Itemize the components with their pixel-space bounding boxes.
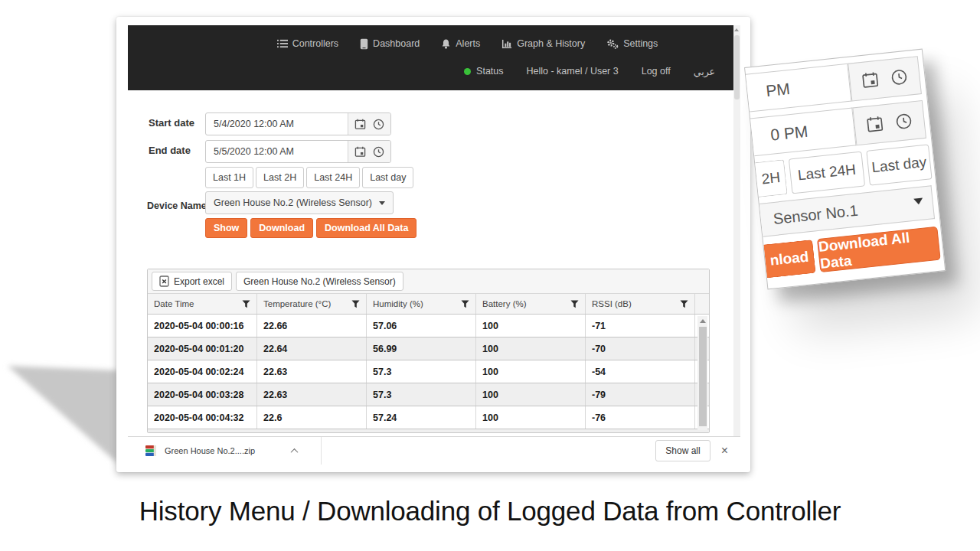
export-excel-button[interactable]: Export excel — [152, 272, 232, 291]
browser-scrollbar[interactable] — [733, 25, 740, 436]
funnel-icon[interactable] — [242, 300, 250, 308]
table-cell: 2020-05-04 00:03:28 — [148, 383, 257, 406]
scroll-up-arrow-icon[interactable] — [700, 319, 706, 323]
caret-down-icon — [379, 201, 385, 205]
nav-item-alerts[interactable]: Alerts — [441, 38, 480, 50]
gears-icon — [606, 38, 619, 50]
quick-range-last-1h[interactable]: Last 1H — [205, 167, 253, 188]
end-date-value[interactable]: 5/5/2020 12:00 AM — [206, 146, 348, 157]
caret-down-icon — [913, 198, 923, 205]
table-scrollbar[interactable] — [697, 316, 707, 430]
column-header-rssi-db[interactable]: RSSI (dB) — [586, 294, 695, 314]
table-cell: 22.66 — [257, 315, 367, 337]
callout-quick-range-last-day[interactable]: Last day — [866, 144, 932, 185]
nav-item-settings[interactable]: Settings — [606, 38, 658, 50]
table-row[interactable]: 2020-05-04 00:04:3222.657.24100-76 — [148, 406, 709, 429]
data-grid: Export excel Green House No.2 (Wireless … — [147, 269, 710, 433]
show-all-button[interactable]: Show all — [655, 440, 710, 461]
clock-icon[interactable] — [373, 119, 384, 130]
funnel-icon[interactable] — [351, 300, 360, 308]
end-date-pickers — [348, 141, 390, 162]
status-label: Status — [476, 66, 503, 77]
download-all-data-button[interactable]: Download All Data — [316, 218, 416, 238]
nav-item-dashboard[interactable]: Dashboard — [360, 38, 420, 50]
quick-range-buttons: Last 1HLast 2HLast 24HLast day — [205, 167, 413, 188]
end-date-input[interactable]: 5/5/2020 12:00 AM — [205, 140, 391, 163]
table-cell: 2020-05-04 00:02:24 — [148, 360, 257, 383]
table-row[interactable]: 2020-05-04 00:03:2822.6357.3100-79 — [148, 383, 709, 406]
grid-header: Date TimeTemperature (°C)Humidity (%)Bat… — [148, 294, 709, 315]
close-icon[interactable]: × — [721, 445, 728, 457]
table-cell: 2020-05-04 00:00:16 — [148, 315, 257, 337]
shelf-divider — [321, 437, 322, 465]
callout-end-date-input[interactable]: 0 PM — [750, 108, 856, 157]
column-header-temperature-c[interactable]: Temperature (°C) — [257, 294, 367, 314]
calendar-icon[interactable] — [354, 119, 366, 130]
bell-icon — [441, 38, 451, 50]
scrollbar-thumb[interactable] — [734, 35, 740, 99]
column-header-label: RSSI (dB) — [592, 299, 632, 308]
start-date-value[interactable]: 5/4/2020 12:00 AM — [206, 119, 348, 129]
language-link[interactable]: عربي — [694, 66, 715, 77]
clock-icon[interactable] — [890, 68, 908, 86]
callout-quick-range-2h[interactable]: 2H — [755, 159, 788, 197]
funnel-icon[interactable] — [461, 300, 469, 308]
table-cell: 100 — [476, 406, 586, 429]
quick-range-last-2h[interactable]: Last 2H — [256, 167, 304, 188]
table-row[interactable]: 2020-05-04 00:00:1622.6657.06100-71 — [148, 315, 709, 337]
quick-range-last-day[interactable]: Last day — [362, 167, 413, 188]
column-header-date-time[interactable]: Date Time — [148, 294, 257, 314]
table-cell: 2020-05-04 00:01:20 — [148, 337, 257, 360]
clock-icon[interactable] — [894, 112, 913, 131]
quick-range-last-24h[interactable]: Last 24H — [306, 167, 360, 188]
scroll-up-arrow-icon[interactable] — [734, 28, 739, 31]
start-date-input[interactable]: 5/4/2020 12:00 AM — [205, 112, 391, 135]
table-row[interactable]: 2020-05-04 00:01:2022.6456.99100-70 — [148, 337, 709, 360]
callout-quick-range-last-24h[interactable]: Last 24H — [789, 152, 865, 194]
nav-item-graph-history[interactable]: Graph & History — [501, 38, 585, 49]
callout-start-date-input[interactable]: PM — [746, 64, 851, 112]
table-cell: 22.6 — [257, 406, 367, 429]
table-cell: 57.3 — [367, 383, 476, 406]
partial-row — [148, 429, 709, 432]
nav-item-controllers[interactable]: Controllers — [277, 38, 338, 49]
table-row[interactable]: 2020-05-04 00:02:2422.6357.3100-54 — [148, 360, 709, 383]
logoff-link[interactable]: Log off — [642, 66, 671, 77]
table-cell: 100 — [476, 337, 586, 360]
column-header-label: Battery (%) — [482, 299, 527, 308]
table-cell: 22.63 — [257, 360, 367, 383]
column-header-humidity[interactable]: Humidity (%) — [367, 294, 476, 314]
clock-icon[interactable] — [373, 146, 384, 158]
column-header-label: Temperature (°C) — [263, 299, 331, 308]
device-select[interactable]: Green House No.2 (Wireless Sensor) — [205, 191, 394, 214]
calendar-icon[interactable] — [866, 115, 884, 133]
grid-device-button[interactable]: Green House No.2 (Wireless Sensor) — [236, 272, 403, 291]
funnel-icon[interactable] — [680, 300, 688, 308]
status-indicator[interactable]: Status — [464, 66, 503, 77]
download-button[interactable]: Download — [250, 218, 313, 238]
app-screenshot-card: ControllersDashboardAlertsGraph & Histor… — [116, 17, 750, 472]
calendar-icon[interactable] — [861, 71, 880, 90]
funnel-icon[interactable] — [570, 300, 579, 308]
winrar-icon — [145, 445, 157, 457]
table-cell: 56.99 — [367, 337, 476, 360]
bar-chart-icon — [501, 39, 512, 49]
callout-download-all-button[interactable]: Download All Data — [817, 227, 941, 272]
start-date-label: Start date — [149, 117, 194, 129]
zoom-callout-card: PM 0 PM 2H Last 24H Last day Sensor No.1… — [744, 49, 946, 290]
page-background: ControllersDashboardAlertsGraph & Histor… — [0, 0, 980, 551]
nav-item-label: Controllers — [292, 38, 338, 49]
table-cell: -76 — [586, 406, 695, 429]
callout-download-button[interactable]: nload — [763, 240, 815, 278]
calendar-icon[interactable] — [354, 146, 366, 158]
table-cell: -54 — [586, 360, 695, 383]
show-button[interactable]: Show — [205, 218, 247, 238]
table-cell: -70 — [586, 337, 695, 360]
grid-device-label: Green House No.2 (Wireless Sensor) — [243, 276, 396, 287]
grid-toolbar: Export excel Green House No.2 (Wireless … — [148, 269, 709, 294]
chevron-up-icon[interactable] — [286, 442, 302, 459]
downloaded-file-name[interactable]: Green House No.2....zip — [165, 446, 255, 455]
column-header-battery[interactable]: Battery (%) — [476, 294, 586, 314]
header-scrollbar-gutter — [695, 294, 709, 314]
scrollbar-thumb[interactable] — [699, 327, 707, 426]
